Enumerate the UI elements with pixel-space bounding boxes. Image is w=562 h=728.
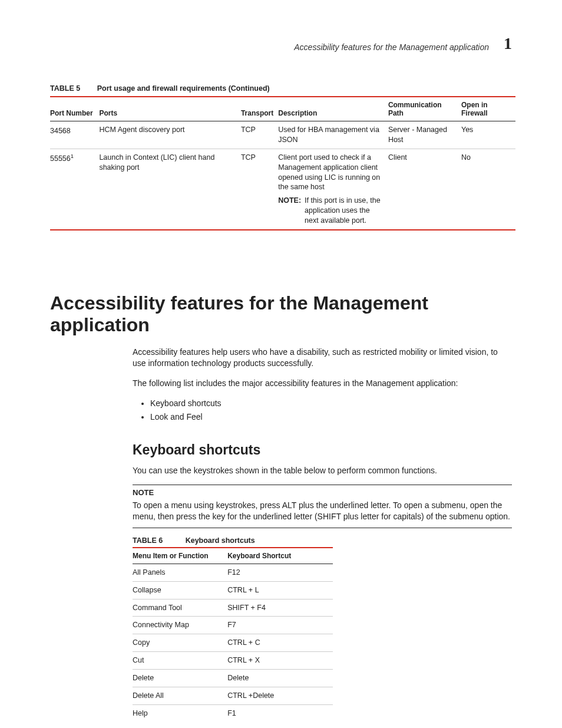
cell-port-number: 555561 [50,149,99,230]
cell-description: Client port used to check if a Managemen… [278,149,388,230]
cell-open-fw: Yes [461,121,515,149]
table5-header-transport: Transport [241,97,278,121]
cell-func: Delete [133,670,227,687]
table-row: Delete AllCTRL +Delete [133,687,333,704]
cell-note-body: If this port is in use, the application … [305,196,384,226]
table5-header-description: Description [278,97,388,121]
table6-caption-label: TABLE 6 [133,536,163,545]
table5-header-ports: Ports [99,97,240,121]
page: Accessibility features for the Managemen… [0,0,562,728]
cell-shortcut: F1 [227,704,333,722]
table5-caption-label: TABLE 5 [50,84,80,93]
cell-description: Used for HBA management via JSON [278,121,388,149]
table6-header-shortcut: Keyboard Shortcut [227,548,333,564]
table-row: CopyCTRL + C [133,634,333,652]
section-heading: Accessibility features for the Managemen… [50,292,512,336]
note-label: NOTE [133,487,512,498]
note-block: NOTE To open a menu using keystrokes, pr… [133,485,512,528]
table-row: Connectivity MapF7 [133,617,333,634]
table5: Port Number Ports Transport Description … [50,96,515,230]
list-item: Look and Feel [150,411,512,423]
cell-transport: TCP [241,121,278,149]
table-row: DeleteDelete [133,670,333,687]
table-row: All PanelsF12 [133,564,333,581]
cell-func: Connectivity Map [133,617,227,634]
cell-func: Copy [133,634,227,652]
cell-comm-path: Client [388,149,461,230]
running-header-title: Accessibility features for the Managemen… [294,42,489,52]
table6: Menu Item or Function Keyboard Shortcut … [133,547,333,722]
table6-header-function: Menu Item or Function [133,548,227,564]
table-row: CollapseCTRL + L [133,581,333,599]
feature-list: Keyboard shortcuts Look and Feel [133,398,512,423]
cell-ports: HCM Agent discovery port [99,121,240,149]
table-row: Command ToolSHIFT + F4 [133,599,333,617]
cell-shortcut: F7 [227,617,333,634]
table5-caption-title: Port usage and firewall requirements (Co… [97,84,270,93]
cell-shortcut: CTRL + L [227,581,333,599]
cell-note: NOTE: If this port is in use, the applic… [278,196,384,226]
running-header: Accessibility features for the Managemen… [50,35,512,52]
cell-shortcut: SHIFT + F4 [227,599,333,617]
cell-port-number: 34568 [50,121,99,149]
table6-caption: TABLE 6 Keyboard shortcuts [133,536,512,545]
intro-paragraph: The following list includes the major ac… [133,378,512,390]
running-header-chapter-number: 1 [504,35,512,52]
intro-paragraph: Accessibility features help users who ha… [133,347,512,370]
table-row: 555561 Launch in Context (LIC) client ha… [50,149,515,230]
table5-header-port-number: Port Number [50,97,99,121]
cell-func: All Panels [133,564,227,581]
section-intro: Accessibility features help users who ha… [133,347,512,423]
table6-caption-title: Keyboard shortcuts [186,536,255,545]
cell-shortcut: Delete [227,670,333,687]
keyboard-shortcuts-heading: Keyboard shortcuts [133,442,512,458]
cell-shortcut: CTRL +Delete [227,687,333,704]
cell-transport: TCP [241,149,278,230]
table-row: CutCTRL + X [133,652,333,670]
cell-open-fw: No [461,149,515,230]
cell-ports: Launch in Context (LIC) client hand shak… [99,149,240,230]
cell-func: Collapse [133,581,227,599]
table-row: 34568 HCM Agent discovery port TCP Used … [50,121,515,149]
cell-shortcut: CTRL + X [227,652,333,670]
cell-func: Help [133,704,227,722]
cell-comm-path: Server - Managed Host [388,121,461,149]
cell-shortcut: F12 [227,564,333,581]
cell-shortcut: CTRL + C [227,634,333,652]
cell-func: Delete All [133,687,227,704]
note-body: To open a menu using keystrokes, press A… [133,500,510,522]
table5-header-comm-path: Communication Path [388,97,461,121]
keyboard-lead: You can use the keystrokes shown in the … [133,465,512,477]
list-item: Keyboard shortcuts [150,398,512,410]
table5-header-open-fw: Open in Firewall [461,97,515,121]
cell-func: Cut [133,652,227,670]
cell-note-label: NOTE: [278,196,301,226]
table-row: HelpF1 [133,704,333,722]
cell-func: Command Tool [133,599,227,617]
table5-caption: TABLE 5 Port usage and firewall requirem… [50,84,512,93]
